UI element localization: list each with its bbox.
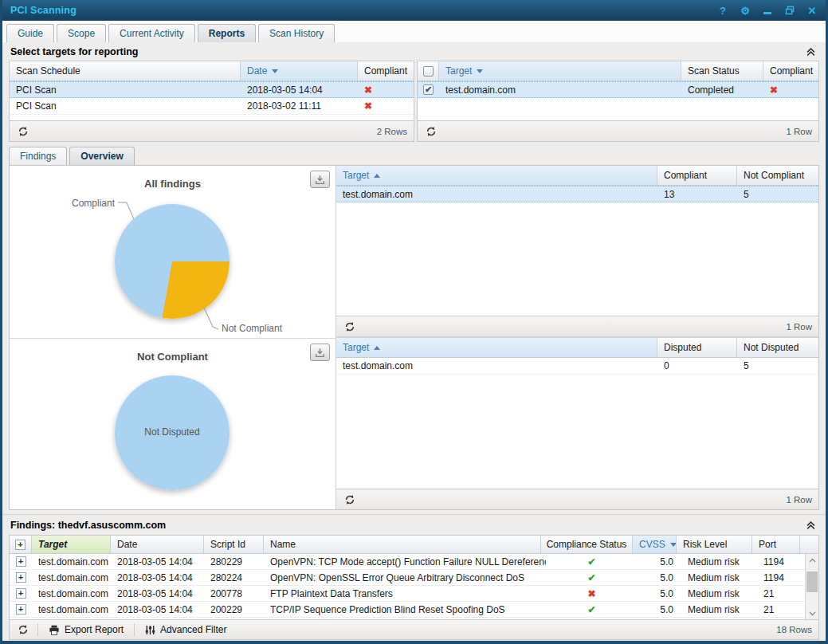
tab-guide-label: Guide <box>18 28 43 39</box>
scan-schedule-footer: 2 Rows <box>10 120 414 141</box>
help-icon[interactable]: ? <box>717 5 728 16</box>
sliders-icon <box>145 625 155 635</box>
column-header-target[interactable]: Target <box>439 61 681 80</box>
findings-title: Findings: thedvf.asuscomm.com <box>10 520 166 531</box>
compliance-summary-table: Target Compliant Not Compliant test.doma… <box>336 166 818 338</box>
tab-findings[interactable]: Findings <box>9 147 67 165</box>
column-header-date[interactable]: Date <box>241 61 358 80</box>
table-row[interactable]: + test.domain.com 2018-03-05 14:04 28022… <box>10 570 805 586</box>
tab-scope[interactable]: Scope <box>57 24 106 42</box>
table-row[interactable]: ✔ test.domain.com Completed ✖ <box>418 81 818 98</box>
column-header-compliant[interactable]: Compliant <box>657 166 737 185</box>
download-chart-button[interactable] <box>310 344 330 361</box>
findings-rows: + test.domain.com 2018-03-05 14:04 28022… <box>10 554 805 619</box>
advanced-filter-button[interactable]: Advanced Filter <box>142 624 230 635</box>
column-header-cvss[interactable]: CVSS <box>633 536 677 553</box>
chart-title: All findings <box>10 178 336 190</box>
compliant-status-icon: ✖ <box>763 84 818 96</box>
column-header-disputed[interactable]: Disputed <box>657 338 737 357</box>
collapse-section-icon[interactable] <box>803 45 818 58</box>
table-row[interactable]: PCI Scan 2018-03-05 14:04 ✖ <box>10 81 414 98</box>
scan-status-header-label: Scan Status <box>688 65 740 77</box>
column-header-compliant[interactable]: Compliant <box>763 61 818 80</box>
column-header-not-disputed[interactable]: Not Disputed <box>737 338 818 357</box>
compliance-status-icon: ✖ <box>546 588 638 599</box>
date-header-label: Date <box>247 65 267 77</box>
table-row[interactable]: + test.domain.com 2018-03-05 14:04 20077… <box>10 586 805 602</box>
column-header-scan-schedule[interactable]: Scan Schedule <box>10 61 241 80</box>
dispute-summary-body: test.domain.com 0 5 <box>336 358 818 489</box>
risk-level-cell: Medium risk <box>681 604 757 615</box>
column-header-script-id[interactable]: Script Id <box>204 536 264 553</box>
compliant-header-label: Compliant <box>770 65 813 77</box>
sort-asc-icon <box>374 346 380 350</box>
expand-row-icon[interactable]: + <box>16 556 26 567</box>
pci-scanning-window: PCI Scanning ? ⚙ ✕ Guide Scope Current A… <box>0 0 828 644</box>
select-all-checkbox[interactable] <box>423 66 434 77</box>
close-icon[interactable]: ✕ <box>806 5 818 16</box>
target-header-row: Target Scan Status Compliant <box>418 61 818 81</box>
tab-guide[interactable]: Guide <box>6 24 54 42</box>
not-compliant-chart: Not Compliant Not Disputed <box>10 339 336 509</box>
double-chevron-up-icon <box>806 46 816 57</box>
sort-asc-icon <box>374 174 380 178</box>
tab-scan-history[interactable]: Scan History <box>258 24 335 42</box>
script-id-header-label: Script Id <box>210 539 245 550</box>
scroll-up-icon[interactable] <box>806 554 818 566</box>
expand-row-icon[interactable]: + <box>16 572 26 583</box>
gear-icon[interactable]: ⚙ <box>740 5 751 16</box>
table-row[interactable]: test.domain.com 13 5 <box>336 186 818 202</box>
refresh-icon[interactable] <box>343 493 357 507</box>
expand-all-icon[interactable]: + <box>15 540 26 550</box>
column-header-not-compliant[interactable]: Not Compliant <box>737 166 818 185</box>
date-cell: 2018-03-05 14:04 <box>111 604 204 615</box>
tab-current-activity[interactable]: Current Activity <box>108 24 195 42</box>
cvss-header-label: CVSS <box>639 539 665 550</box>
scroll-down-icon[interactable] <box>806 607 818 619</box>
column-header-target[interactable]: Target <box>336 338 657 357</box>
tab-findings-label: Findings <box>20 151 56 162</box>
column-header-date[interactable]: Date <box>111 536 204 553</box>
dispute-summary-table: Target Disputed Not Disputed test.domain… <box>336 338 818 509</box>
not-compliant-count-cell: 5 <box>737 189 818 200</box>
restore-icon[interactable] <box>784 5 795 16</box>
tab-overview[interactable]: Overview <box>69 147 134 165</box>
column-header-compliant[interactable]: Compliant <box>358 61 414 80</box>
table-row[interactable]: + test.domain.com 2018-03-05 14:04 20022… <box>10 602 805 618</box>
table-row[interactable]: PCI Scan 2018-03-02 11:11 ✖ <box>10 98 414 115</box>
target-cell: test.domain.com <box>336 189 657 200</box>
column-header-compliance-status[interactable]: Compliance Status <box>541 536 633 553</box>
column-header-port[interactable]: Port <box>752 536 800 553</box>
column-header-scan-status[interactable]: Scan Status <box>681 61 763 80</box>
expand-row-icon[interactable]: + <box>16 604 26 615</box>
table-row[interactable]: test.domain.com 0 5 <box>336 358 818 375</box>
minimize-icon[interactable] <box>762 5 773 16</box>
vertical-scrollbar[interactable] <box>805 554 818 619</box>
column-header-target[interactable]: Target <box>32 536 111 553</box>
download-chart-button[interactable] <box>310 171 330 188</box>
collapse-section-icon[interactable] <box>803 519 818 532</box>
refresh-icon[interactable] <box>424 124 438 139</box>
refresh-icon[interactable] <box>16 124 30 139</box>
refresh-icon[interactable] <box>16 622 30 637</box>
overview-panel: All findings Compliant Not Compliant Not… <box>9 165 819 510</box>
pie-label-compliant: Compliant <box>59 198 115 209</box>
tab-reports[interactable]: Reports <box>198 24 256 42</box>
tab-overview-label: Overview <box>80 151 123 162</box>
scrollbar-track[interactable] <box>806 566 818 607</box>
target-table-footer: 1 Row <box>418 120 818 141</box>
refresh-icon[interactable] <box>343 320 357 334</box>
compliant-count-cell: 13 <box>657 189 737 200</box>
disputed-header-label: Disputed <box>664 342 701 353</box>
scrollbar-thumb[interactable] <box>806 571 818 592</box>
column-header-target[interactable]: Target <box>336 166 657 185</box>
column-header-risk-level[interactable]: Risk Level <box>677 536 752 553</box>
window-controls: ? ⚙ ✕ <box>717 5 818 16</box>
chevron-up-icon <box>809 558 816 563</box>
expand-row-icon[interactable]: + <box>16 588 26 599</box>
target-cell: test.domain.com <box>336 360 657 371</box>
export-report-button[interactable]: Export Report <box>45 624 127 635</box>
column-header-name[interactable]: Name <box>264 536 541 553</box>
row-checkbox[interactable]: ✔ <box>423 84 434 95</box>
table-row[interactable]: + test.domain.com 2018-03-05 14:04 28022… <box>10 554 805 570</box>
